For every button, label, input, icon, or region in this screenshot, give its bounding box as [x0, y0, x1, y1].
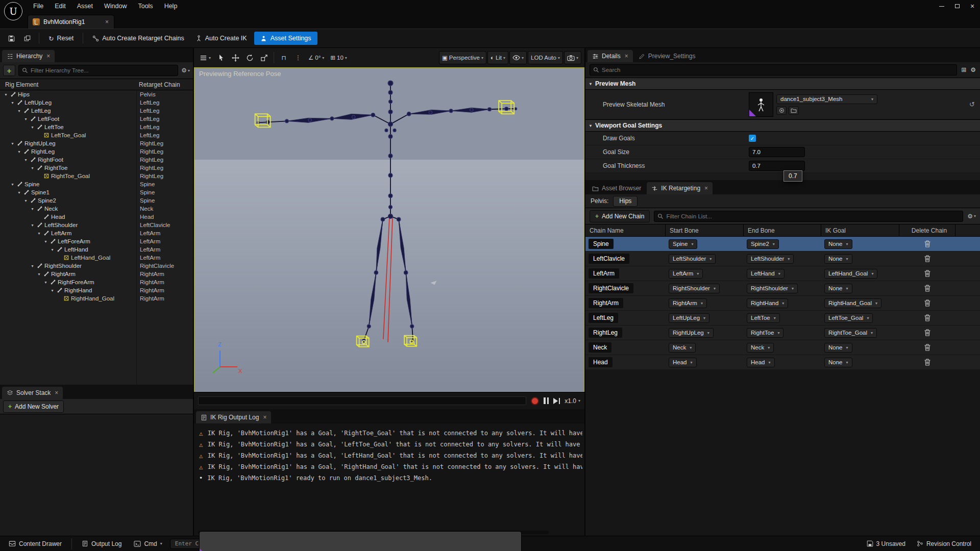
delete-chain-button[interactable]	[921, 298, 934, 308]
browse-to-asset-button[interactable]	[789, 106, 799, 115]
delete-chain-button[interactable]	[921, 254, 934, 264]
hierarchy-row[interactable]: ▾ LeftForeArm LeftArm	[0, 237, 193, 245]
section-viewport-goal-settings[interactable]: ▾Viewport Goal Settings	[585, 119, 980, 132]
chain-name[interactable]: Spine	[589, 239, 614, 249]
delete-chain-button[interactable]	[921, 342, 934, 353]
scrollbar-thumb[interactable]	[199, 531, 522, 551]
expand-caret-icon[interactable]: ▾	[43, 239, 48, 244]
more-options-button[interactable]: ⋮	[291, 51, 305, 64]
chain-filter[interactable]	[654, 211, 963, 222]
close-panel-icon[interactable]: ×	[46, 53, 50, 60]
menu-item[interactable]: File	[28, 1, 49, 12]
hierarchy-filter[interactable]	[18, 65, 178, 76]
hierarchy-row[interactable]: RightToe_Goal RightLeg	[0, 172, 193, 180]
end-bone-dropdown[interactable]: RightHand▾	[747, 298, 788, 308]
asset-tab[interactable]: BvhMotionRig1 ×	[28, 15, 114, 29]
expand-caret-icon[interactable]: ▾	[36, 231, 42, 236]
scale-tool-button[interactable]	[257, 51, 271, 64]
tab-solver-stack[interactable]: Solver Stack ×	[2, 387, 63, 399]
expand-caret-icon[interactable]: ▾	[50, 247, 55, 252]
chain-name[interactable]: LeftArm	[589, 268, 619, 279]
menu-item[interactable]: Edit	[49, 1, 71, 12]
screenshot-dropdown[interactable]: ▾	[564, 51, 581, 64]
lod-dropdown[interactable]: LOD Auto▾	[528, 51, 563, 64]
ik-goal-dropdown[interactable]: None▾	[824, 239, 852, 249]
step-forward-button[interactable]	[553, 398, 560, 404]
chain-row[interactable]: RightClavicle RightShoulder▾ RightShould…	[585, 281, 980, 296]
display-filter-icon[interactable]: ⊞	[961, 66, 966, 73]
select-tool-button[interactable]	[214, 51, 228, 64]
pause-button[interactable]	[544, 397, 549, 404]
expand-caret-icon[interactable]: ▾	[23, 117, 29, 121]
start-bone-dropdown[interactable]: LeftUpLeg▾	[669, 313, 709, 323]
end-bone-dropdown[interactable]: LeftToe▾	[747, 313, 780, 323]
delete-chain-button[interactable]	[921, 328, 934, 338]
browse-to-asset-button[interactable]	[21, 33, 34, 44]
hierarchy-row[interactable]: ▾ LeftUpLeg LeftLeg	[0, 98, 193, 107]
save-button[interactable]	[5, 33, 18, 44]
expand-caret-icon[interactable]: ▾	[30, 264, 35, 268]
end-bone-dropdown[interactable]: LeftShoulder▾	[747, 254, 794, 264]
tab-ik-rig-output-log[interactable]: IK Rig Output Log ×	[196, 411, 271, 423]
asset-settings-button[interactable]: Asset Settings	[254, 32, 317, 45]
lit-mode-dropdown[interactable]: ◐ Lit▾	[487, 51, 508, 64]
hierarchy-row[interactable]: ▾ RightToe RightLeg	[0, 164, 193, 172]
perspective-dropdown[interactable]: ▣ Perspective▾	[439, 51, 486, 64]
close-panel-icon[interactable]: ×	[55, 389, 58, 396]
goal-size-input[interactable]	[749, 147, 805, 157]
chain-row[interactable]: LeftClavicle LeftShoulder▾ LeftShoulder▾…	[585, 252, 980, 266]
chain-row[interactable]: LeftLeg LeftUpLeg▾ LeftToe▾ LeftToe_Goal…	[585, 311, 980, 325]
details-search[interactable]	[590, 64, 957, 76]
hierarchy-row[interactable]: LeftHand_Goal LeftArm	[0, 254, 193, 262]
output-log-button[interactable]: Output Log	[77, 538, 126, 549]
hierarchy-row[interactable]: ▾ RightHand RightArm	[0, 286, 193, 294]
hierarchy-row[interactable]: ▾ LeftLeg LeftLeg	[0, 107, 193, 115]
end-bone-dropdown[interactable]: RightToe▾	[747, 328, 783, 338]
start-bone-dropdown[interactable]: RightArm▾	[669, 298, 707, 308]
revision-control-button[interactable]: Revision Control	[912, 538, 976, 549]
ik-goal-dropdown[interactable]: None▾	[824, 358, 852, 367]
hierarchy-row[interactable]: ▾ RightForeArm RightArm	[0, 278, 193, 286]
auto-create-ik-button[interactable]: Auto Create IK	[191, 32, 251, 44]
reset-to-default-button[interactable]: ↺	[969, 101, 975, 108]
start-bone-dropdown[interactable]: RightUpLeg▾	[669, 328, 714, 338]
goal-thickness-input[interactable]	[749, 161, 805, 171]
expand-caret-icon[interactable]: ▾	[16, 149, 22, 154]
expand-caret-icon[interactable]: ▾	[23, 198, 29, 203]
ik-goal-dropdown[interactable]: RightHand_Goal▾	[824, 298, 881, 308]
expand-caret-icon[interactable]: ▾	[30, 125, 35, 130]
expand-caret-icon[interactable]: ▾	[30, 166, 35, 170]
chain-name[interactable]: Neck	[589, 342, 611, 353]
delete-chain-button[interactable]	[921, 357, 934, 367]
viewport-options-button[interactable]: ▾	[197, 51, 213, 64]
chain-row[interactable]: Spine Spine▾ Spine2▾ None▾	[585, 237, 980, 252]
details-search-input[interactable]	[602, 67, 953, 73]
unreal-engine-logo[interactable]: U	[4, 2, 22, 20]
chain-settings-button[interactable]: ⚙▾	[967, 213, 976, 220]
draw-goals-checkbox[interactable]: ✓	[749, 135, 756, 142]
rotate-tool-button[interactable]	[243, 51, 256, 64]
add-new-chain-button[interactable]: + Add New Chain	[590, 210, 650, 222]
expand-caret-icon[interactable]: ▾	[10, 141, 15, 146]
hierarchy-row[interactable]: ▾ Spine Spine	[0, 180, 193, 188]
expand-caret-icon[interactable]: ▾	[3, 92, 9, 97]
rotation-snap-button[interactable]: ∠ 0°▾	[306, 51, 327, 64]
preview-mesh-dropdown[interactable]: dance1_subject3_Mesh▾	[776, 94, 877, 104]
start-bone-dropdown[interactable]: Neck▾	[669, 343, 696, 353]
hierarchy-settings-button[interactable]: ⚙▾	[181, 67, 190, 74]
hierarchy-row[interactable]: ▾ RightLeg RightLeg	[0, 147, 193, 156]
start-bone-dropdown[interactable]: LeftArm▾	[669, 269, 703, 279]
end-bone-dropdown[interactable]: Head▾	[747, 358, 775, 367]
delete-chain-button[interactable]	[921, 239, 934, 249]
hierarchy-row[interactable]: ▾ RightUpLeg RightLeg	[0, 139, 193, 147]
playback-speed-dropdown[interactable]: x1.0▾	[565, 397, 580, 405]
maximize-button[interactable]	[949, 0, 965, 12]
menu-item[interactable]: Tools	[132, 1, 158, 12]
expand-caret-icon[interactable]: ▾	[10, 182, 15, 187]
expand-caret-icon[interactable]: ▾	[16, 109, 22, 113]
hierarchy-row[interactable]: LeftToe_Goal LeftLeg	[0, 131, 193, 139]
expand-caret-icon[interactable]: ▾	[50, 288, 55, 293]
tab-details[interactable]: Details ×	[587, 50, 633, 62]
chain-name[interactable]: LeftClavicle	[589, 254, 629, 264]
hierarchy-row[interactable]: ▾ Spine1 Spine	[0, 188, 193, 196]
